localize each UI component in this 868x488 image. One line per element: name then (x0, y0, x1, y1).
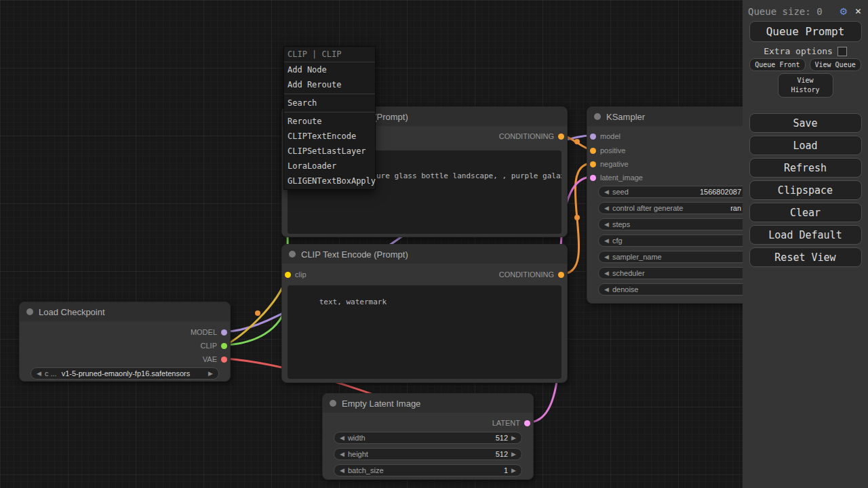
widget-batch-size[interactable]: ◀ batch_size 1 ▶ (334, 464, 522, 476)
menu-item-loraloader[interactable]: LoraLoader (284, 159, 375, 174)
positive-input-dot[interactable] (590, 148, 596, 154)
widget-ckpt-name[interactable]: ◀ c ... v1-5-pruned-emaonly-fp16.safeten… (31, 367, 219, 380)
decrement-arrow-icon[interactable]: ◀ (604, 286, 609, 293)
close-icon[interactable]: ✕ (855, 6, 861, 16)
view-history-button[interactable]: View History (778, 73, 833, 98)
slot-label: MODEL (191, 328, 217, 336)
widget-height[interactable]: ◀ height 512 ▶ (334, 448, 522, 460)
wire-clip-green (226, 137, 288, 345)
menu-item-clipsetlastlayer[interactable]: CLIPSetLastLayer (284, 144, 375, 159)
decrement-arrow-icon[interactable]: ◀ (604, 270, 609, 277)
menu-item-add-node[interactable]: Add Node (284, 62, 375, 77)
menu-item-search[interactable]: Search (284, 96, 375, 110)
slot-label: negative (600, 160, 629, 168)
model-output-dot[interactable] (221, 329, 227, 336)
clipspace-button[interactable]: Clipspace (749, 180, 862, 200)
slot-label: LATENT (492, 419, 520, 427)
latent-output-dot[interactable] (524, 420, 530, 426)
extra-options-label: Extra options (764, 46, 833, 56)
slot-label: positive (600, 146, 625, 155)
slot-label: CONDITIONING (499, 132, 554, 140)
conditioning-output-dot[interactable] (558, 134, 564, 140)
save-button[interactable]: Save (749, 113, 862, 133)
collapse-dot-icon[interactable] (330, 400, 336, 407)
increment-arrow-icon[interactable]: ▶ (208, 370, 213, 377)
node-load-checkpoint[interactable]: Load Checkpoint MODEL CLIP VAE ◀ c ... v… (19, 302, 231, 382)
node-title-bar[interactable]: Load Checkpoint (20, 302, 230, 321)
comfy-menu-panel: Queue size: 0 ⚙ ✕ Queue Prompt Extra opt… (743, 0, 868, 488)
menu-separator (284, 112, 375, 113)
increment-arrow-icon[interactable]: ▶ (511, 467, 516, 474)
model-input-dot[interactable] (590, 134, 596, 140)
clear-button[interactable]: Clear (749, 203, 862, 222)
widget-value: v1-5-pruned-emaonly-fp16.safetensors (62, 369, 191, 378)
decrement-arrow-icon[interactable]: ◀ (604, 205, 609, 211)
decrement-arrow-icon[interactable]: ◀ (604, 253, 609, 260)
slot-label: CONDITIONING (499, 270, 554, 279)
prompt-text: text, watermark (319, 298, 387, 306)
node-title-bar[interactable]: CLIP Text Encode (Prompt) (282, 245, 567, 264)
extra-options-checkbox[interactable] (837, 47, 847, 56)
conditioning-output-dot[interactable] (558, 272, 564, 278)
prompt-textarea[interactable]: text, watermark (288, 285, 561, 379)
vae-output-dot[interactable] (221, 357, 227, 363)
slot-label: latent_image (600, 174, 643, 182)
link-midpoint-dot[interactable] (574, 139, 580, 144)
decrement-arrow-icon[interactable]: ◀ (604, 221, 609, 228)
collapse-dot-icon[interactable] (594, 113, 601, 120)
prompt-text: ure glass bottle landscape, , purple gal… (376, 171, 557, 180)
increment-arrow-icon[interactable]: ▶ (511, 451, 516, 458)
latent-input-dot[interactable] (590, 175, 596, 181)
context-menu-title: CLIP | CLIP (284, 47, 375, 62)
menu-item-reroute[interactable]: Reroute (284, 114, 375, 129)
menu-separator (284, 94, 375, 94)
settings-gear-icon[interactable]: ⚙ (840, 5, 847, 17)
collapse-dot-icon[interactable] (26, 308, 33, 315)
clip-input-dot[interactable] (285, 272, 291, 278)
slot-label: VAE (203, 355, 217, 363)
link-midpoint-dot[interactable] (255, 310, 260, 316)
decrement-arrow-icon[interactable]: ◀ (604, 237, 609, 244)
node-title: KSampler (606, 112, 645, 122)
queue-front-button[interactable]: Queue Front (749, 58, 805, 71)
link-midpoint-dot[interactable] (574, 215, 580, 220)
node-title-bar[interactable]: Empty Latent Image (323, 394, 533, 413)
reset-view-button[interactable]: Reset View (749, 247, 862, 267)
queue-size-label: Queue size: 0 (748, 6, 840, 17)
decrement-arrow-icon[interactable]: ◀ (37, 370, 41, 377)
menu-item-gligentextboxapply[interactable]: GLIGENTextBoxApply (284, 174, 375, 188)
view-queue-button[interactable]: View Queue (810, 58, 861, 71)
increment-arrow-icon[interactable]: ▶ (511, 434, 516, 441)
node-title: Load Checkpoint (39, 307, 105, 317)
decrement-arrow-icon[interactable]: ◀ (340, 467, 344, 474)
node-title: Empty Latent Image (342, 399, 420, 409)
slot-label: model (600, 132, 620, 140)
wire-clip-yellow (226, 275, 288, 345)
context-menu: CLIP | CLIP Add Node Add Reroute Search … (283, 46, 376, 190)
collapse-dot-icon[interactable] (289, 251, 296, 258)
load-default-button[interactable]: Load Default (749, 225, 862, 245)
menu-item-cliptextencode[interactable]: CLIPTextEncode (284, 129, 375, 144)
decrement-arrow-icon[interactable]: ◀ (604, 188, 609, 195)
decrement-arrow-icon[interactable]: ◀ (340, 451, 344, 458)
negative-input-dot[interactable] (590, 161, 596, 167)
graph-canvas[interactable]: CLIP Text Encode (Prompt) clip CONDITION… (0, 0, 868, 488)
slot-label: CLIP (201, 342, 217, 350)
node-clip-text-encode-bottom[interactable]: CLIP Text Encode (Prompt) clip CONDITION… (281, 244, 568, 383)
node-title: CLIP Text Encode (Prompt) (301, 249, 408, 260)
node-empty-latent-image[interactable]: Empty Latent Image LATENT ◀ width 512 ▶ … (322, 393, 534, 480)
refresh-button[interactable]: Refresh (749, 158, 862, 178)
load-button[interactable]: Load (749, 136, 862, 155)
decrement-arrow-icon[interactable]: ◀ (340, 434, 344, 441)
menu-item-add-reroute[interactable]: Add Reroute (284, 77, 375, 92)
clip-output-dot[interactable] (221, 343, 227, 349)
widget-width[interactable]: ◀ width 512 ▶ (334, 432, 522, 444)
widget-label: c ... (45, 369, 57, 378)
queue-prompt-button[interactable]: Queue Prompt (749, 21, 862, 42)
slot-label: clip (295, 270, 307, 279)
